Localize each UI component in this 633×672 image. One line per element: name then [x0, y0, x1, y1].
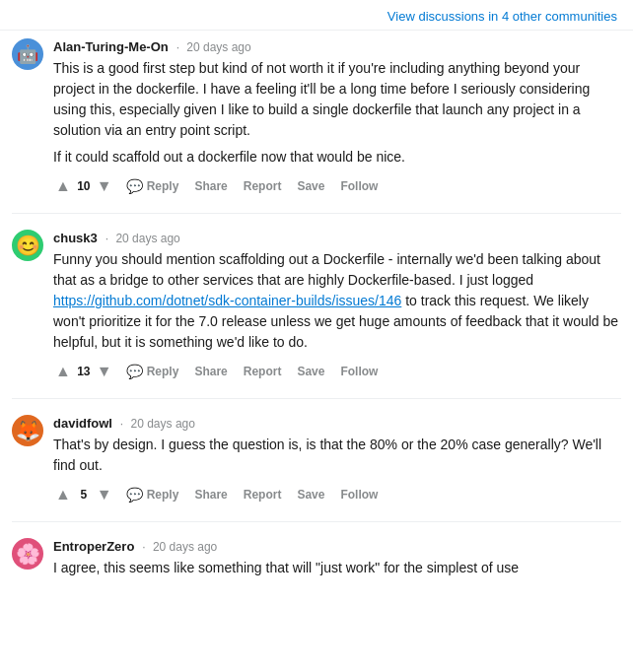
separator: ·: [176, 40, 183, 54]
follow-button[interactable]: Follow: [336, 363, 382, 380]
reply-label: Reply: [147, 488, 179, 502]
comment-body: Alan-Turing-Me-On · 20 days ago This is …: [53, 38, 621, 197]
reply-label: Reply: [147, 179, 179, 193]
comment-header: EntroperZero · 20 days ago: [53, 538, 621, 554]
upvote-button[interactable]: [53, 361, 73, 382]
comment-text: I agree, this seems like something that …: [53, 558, 621, 584]
username: chusk3: [53, 231, 98, 245]
reply-icon: 💬: [126, 178, 143, 194]
separator: ·: [106, 232, 112, 245]
reply-button[interactable]: 💬 Reply: [122, 485, 183, 504]
paragraph-1: That's by design. I guess the question i…: [53, 435, 621, 476]
reply-button[interactable]: 💬 Reply: [122, 362, 183, 381]
report-button[interactable]: Report: [240, 177, 286, 195]
username: Alan-Turing-Me-On: [53, 39, 169, 54]
share-button[interactable]: Share: [190, 363, 231, 380]
downvote-button[interactable]: [95, 484, 114, 505]
vote-area: 5: [53, 484, 114, 505]
comment-actions: 10 💬 Reply Share Report Save Follow: [53, 175, 621, 197]
report-button[interactable]: Report: [240, 363, 286, 380]
save-button[interactable]: Save: [293, 363, 328, 380]
paragraph-1: Funny you should mention scaffolding out…: [53, 249, 621, 353]
comment-header: Alan-Turing-Me-On · 20 days ago: [53, 38, 621, 54]
avatar: 😊: [12, 230, 43, 261]
view-discussions-link[interactable]: View discussions in 4 other communities: [387, 9, 617, 24]
avatar: 🌸: [12, 538, 43, 570]
comment-item: 🤖 Alan-Turing-Me-On · 20 days ago This i…: [12, 38, 621, 197]
reply-button[interactable]: 💬 Reply: [122, 176, 183, 196]
comment-item: 🦊 davidfowl · 20 days ago That's by desi…: [12, 415, 621, 505]
comment-body: EntroperZero · 20 days ago I agree, this…: [53, 538, 621, 592]
timestamp: 20 days ago: [186, 40, 250, 54]
reply-icon: 💬: [126, 364, 143, 379]
separator: ·: [120, 417, 127, 431]
vote-count: 10: [77, 179, 91, 193]
avatar-icon: 🤖: [17, 43, 38, 65]
save-button[interactable]: Save: [293, 177, 328, 195]
timestamp: 20 days ago: [153, 540, 217, 554]
paragraph-1: I agree, this seems like something that …: [53, 558, 621, 578]
avatar-icon: 🌸: [16, 542, 40, 566]
downvote-button[interactable]: [95, 175, 114, 197]
timestamp: 20 days ago: [115, 232, 179, 245]
divider: [12, 213, 621, 214]
paragraph-2: If it could scaffold out a dockerfile no…: [53, 147, 621, 168]
comment-header: chusk3 · 20 days ago: [53, 230, 621, 245]
divider: [12, 521, 621, 522]
vote-count: 5: [77, 488, 91, 502]
downvote-button[interactable]: [95, 361, 114, 382]
share-button[interactable]: Share: [190, 177, 231, 195]
github-link[interactable]: https://github.com/dotnet/sdk-container-…: [53, 293, 401, 308]
divider: [12, 398, 621, 399]
timestamp: 20 days ago: [131, 417, 195, 431]
avatar: 🤖: [12, 38, 43, 70]
comments-section: 🤖 Alan-Turing-Me-On · 20 days ago This i…: [0, 31, 633, 616]
text-content: I agree, this seems like something that …: [53, 560, 519, 575]
comment-text: Funny you should mention scaffolding out…: [53, 249, 621, 353]
upvote-button[interactable]: [53, 484, 73, 505]
paragraph-1: This is a good first step but kind of no…: [53, 58, 621, 141]
comment-text: That's by design. I guess the question i…: [53, 435, 621, 476]
comment-body: davidfowl · 20 days ago That's by design…: [53, 415, 621, 505]
username: EntroperZero: [53, 539, 134, 554]
username: davidfowl: [53, 416, 112, 431]
avatar-icon: 🦊: [16, 419, 40, 442]
comment-actions: 13 💬 Reply Share Report Save Follow: [53, 361, 621, 382]
share-button[interactable]: Share: [190, 486, 231, 504]
comment-header: davidfowl · 20 days ago: [53, 415, 621, 431]
report-button[interactable]: Report: [240, 486, 286, 504]
separator: ·: [142, 540, 149, 554]
top-link-bar: View discussions in 4 other communities: [0, 0, 633, 31]
comment-item: 🌸 EntroperZero · 20 days ago I agree, th…: [12, 538, 621, 592]
vote-count: 13: [77, 365, 91, 378]
comment-text: This is a good first step but kind of no…: [53, 58, 621, 168]
avatar-icon: 😊: [16, 234, 40, 257]
reply-label: Reply: [147, 365, 179, 378]
text-before-link: Funny you should mention scaffolding out…: [53, 251, 600, 288]
reply-icon: 💬: [126, 487, 143, 503]
follow-button[interactable]: Follow: [336, 177, 382, 195]
vote-area: 10: [53, 175, 114, 197]
avatar: 🦊: [12, 415, 43, 446]
save-button[interactable]: Save: [293, 486, 328, 504]
comment-actions: 5 💬 Reply Share Report Save Follow: [53, 484, 621, 505]
follow-button[interactable]: Follow: [336, 486, 382, 504]
comment-body: chusk3 · 20 days ago Funny you should me…: [53, 230, 621, 382]
comment-item: 😊 chusk3 · 20 days ago Funny you should …: [12, 230, 621, 382]
upvote-button[interactable]: [53, 175, 73, 197]
vote-area: 13: [53, 361, 114, 382]
